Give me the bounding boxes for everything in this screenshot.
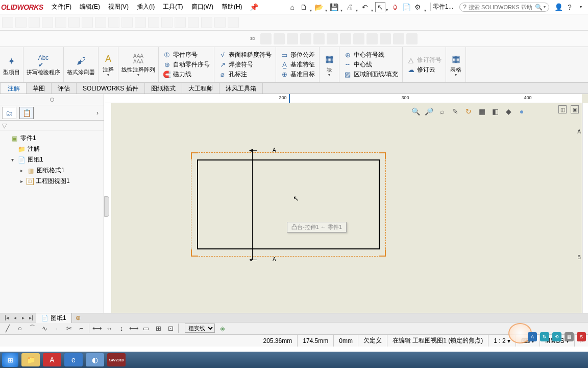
section-line[interactable] [252, 149, 253, 260]
side-tab-feature[interactable]: 🗂 [2, 107, 16, 119]
layer-icon[interactable]: ◈ [218, 324, 227, 333]
taskbar-browser-icon[interactable]: e [64, 353, 83, 366]
new-icon[interactable]: 🗋 [299, 2, 309, 12]
line-style-select[interactable]: 粗实线 [185, 324, 215, 333]
tab-engineer[interactable]: 大工程师 [182, 83, 219, 94]
ribbon-linear-pattern[interactable]: AAAAAA 线性注释阵列 ▾ [118, 47, 159, 82]
menu-help[interactable]: 帮助(H) [217, 1, 247, 13]
panel-btn-1[interactable]: ◫ [558, 105, 567, 113]
qt2-btn[interactable] [353, 33, 364, 44]
sheet-nav-next-icon[interactable]: ▸ [19, 315, 27, 320]
qt2-btn[interactable] [327, 33, 338, 44]
trim-tool-icon[interactable]: ✂ [64, 324, 74, 333]
user-icon[interactable]: 👤 [553, 2, 564, 12]
dim-tool-icon[interactable]: ⊡ [166, 324, 175, 333]
search-box[interactable]: ? 🔍 ▾ [459, 3, 549, 12]
search-input[interactable] [469, 4, 535, 10]
menu-tools[interactable]: 工具(T) [159, 1, 187, 13]
ribbon-datum-feature[interactable]: A̲基准特征 [278, 60, 317, 70]
ribbon-model-items[interactable]: ✦ 型项目 [0, 47, 23, 82]
qt2-btn[interactable] [393, 33, 404, 44]
qt1-btn[interactable] [2, 17, 13, 28]
ribbon-rev-cloud[interactable]: ☁修订云 [405, 65, 437, 75]
qt2-btn[interactable] [300, 33, 311, 44]
zoom-area-icon[interactable]: 🔎 [424, 106, 434, 117]
open-icon[interactable]: 📂 [314, 2, 324, 12]
taskbar-solidworks-icon[interactable]: SW2018 [107, 353, 126, 366]
view-3d-icon[interactable]: 3D [247, 36, 258, 41]
hide-show-icon[interactable]: ◧ [490, 106, 500, 117]
ribbon-geo-tol[interactable]: ▭形位公差 [278, 50, 317, 60]
sheet-nav-prev-icon[interactable]: ◂ [11, 315, 18, 320]
tree-sheet-format[interactable]: ▸▥图纸格式1 [0, 165, 104, 176]
dim-tool-icon[interactable]: ↕ [117, 324, 126, 333]
drawing-canvas[interactable]: 200 300 400 ◫ ▣ 🔍 🔎 ⌕ ✎ ↻ ▦ ◧ ◆ ● A B [104, 94, 588, 313]
undo-icon[interactable]: ↶ [360, 2, 370, 12]
ribbon-balloon[interactable]: ①零件序号 [161, 50, 200, 60]
qt2-btn[interactable] [260, 33, 272, 44]
ribbon-rev-symbol[interactable]: △修订符号 [405, 55, 444, 65]
filter-icon[interactable]: ▽ [2, 122, 7, 129]
qt1-btn[interactable] [121, 17, 133, 28]
qt1-btn[interactable] [108, 17, 119, 28]
qt2-btn[interactable] [406, 33, 418, 44]
circle-tool-icon[interactable]: ○ [15, 324, 24, 333]
qt2-btn[interactable] [380, 33, 391, 44]
qt1-btn[interactable] [42, 17, 53, 28]
qt1-btn[interactable] [214, 17, 226, 28]
qt2-btn[interactable] [340, 33, 351, 44]
menu-view[interactable]: 视图(V) [104, 1, 133, 13]
tab-mufeng[interactable]: 沐风工具箱 [219, 83, 263, 94]
qt1-btn[interactable] [95, 17, 106, 28]
qt1-btn[interactable] [201, 17, 212, 28]
ribbon-tables[interactable]: ▦ 表格 ▾ [446, 47, 466, 82]
tab-addins[interactable]: SOLIDWORKS 插件 [77, 83, 145, 94]
dim-tool-icon[interactable]: ⊞ [154, 324, 163, 333]
panel-btn-2[interactable]: ▣ [571, 105, 579, 113]
menu-file[interactable]: 文件(F) [47, 1, 76, 13]
side-tab-property[interactable]: 📋 [19, 107, 34, 119]
search-dd-icon[interactable]: ▾ [544, 5, 546, 9]
help-icon[interactable]: ? [565, 2, 575, 12]
zoom-prev-icon[interactable]: ⌕ [437, 106, 447, 117]
tab-sheet-format[interactable]: 图纸格式 [145, 83, 182, 94]
tree-annotations[interactable]: 📁注解 [0, 144, 104, 154]
line-tool-icon[interactable]: ╱ [3, 324, 12, 333]
search-icon[interactable]: 🔍 [535, 4, 543, 11]
taskbar-pdf-icon[interactable]: A [43, 353, 61, 366]
tab-evaluate[interactable]: 评估 [52, 83, 77, 94]
ribbon-surface-finish[interactable]: √表面粗糙度符号 [216, 50, 274, 60]
qt1-btn[interactable] [82, 17, 93, 28]
ribbon-hatch[interactable]: ▨区域剖面线/填充 [341, 70, 400, 79]
ribbon-magnetic-line[interactable]: 🧲磁力线 [161, 70, 193, 79]
rotate-icon[interactable]: ↻ [463, 106, 474, 117]
sheet-nav-first-icon[interactable]: |◂ [3, 315, 10, 320]
qt2-btn[interactable] [366, 33, 378, 44]
ribbon-format-painter[interactable]: 🖌 格式涂刷器 [64, 47, 99, 82]
qt1-btn[interactable] [29, 17, 40, 28]
qt1-btn[interactable] [148, 17, 159, 28]
arc-tool-icon[interactable]: ⌒ [28, 324, 37, 333]
rebuild-icon[interactable]: ⧮ [390, 2, 401, 12]
tab-sketch[interactable]: 草图 [27, 83, 52, 94]
ribbon-auto-balloon[interactable]: ⊕自动零件序号 [161, 60, 212, 70]
panel-expand-icon[interactable]: › [93, 109, 102, 117]
menu-edit[interactable]: 编辑(E) [76, 1, 104, 13]
save-icon[interactable]: 💾 [329, 2, 339, 12]
ribbon-hole-callout[interactable]: ⌀孔标注 [216, 70, 249, 79]
qt1-btn[interactable] [68, 17, 80, 28]
scene-icon[interactable]: ◆ [503, 106, 513, 117]
dim-tool-icon[interactable]: ⟷ [129, 324, 138, 333]
fillet-tool-icon[interactable]: ⌐ [77, 324, 86, 333]
taskbar-explorer-icon[interactable]: 📁 [21, 353, 40, 366]
ribbon-datum-target[interactable]: ⊕基准目标 [278, 70, 317, 79]
menu-insert[interactable]: 插入(I) [133, 1, 159, 13]
point-tool-icon[interactable]: · [52, 324, 61, 333]
start-button[interactable]: ⊞ [2, 353, 18, 367]
panel-handle-icon[interactable] [50, 98, 54, 102]
doc-props-icon[interactable]: 📄 [402, 2, 412, 12]
ribbon-block[interactable]: ▦ 块 ▾ [320, 47, 339, 82]
ribbon-note[interactable]: A 注释 ▾ [99, 47, 118, 82]
part-outline[interactable] [197, 159, 380, 249]
zoom-fit-icon[interactable]: 🔍 [410, 106, 421, 117]
